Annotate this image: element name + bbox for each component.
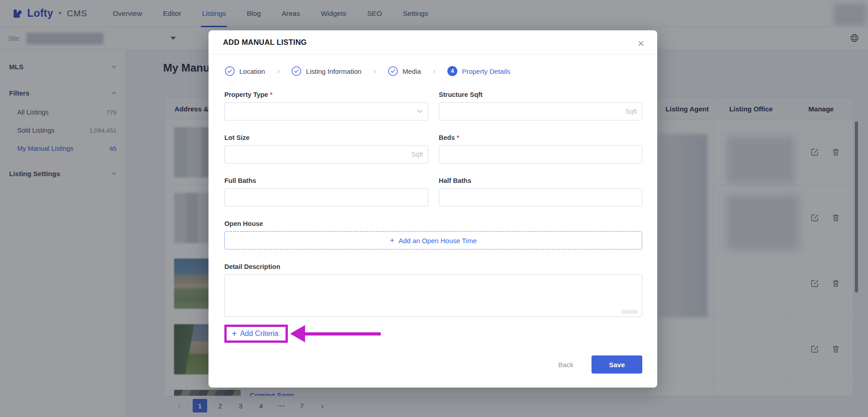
step-label: Listing Information bbox=[306, 67, 362, 75]
field-full-baths: Full Baths bbox=[224, 177, 428, 206]
stepper: Location › Listing Information › Media ›… bbox=[225, 66, 657, 76]
structure-sqft-input[interactable] bbox=[439, 102, 642, 120]
field-label: Lot Size bbox=[224, 134, 428, 141]
add-criteria-link[interactable]: + Add Criteria bbox=[232, 330, 278, 338]
annotation-highlight-box: + Add Criteria bbox=[224, 325, 288, 343]
field-lot-size: Lot Size Sqft bbox=[224, 134, 428, 163]
annotation-arrow bbox=[290, 325, 381, 342]
modal-footer: Back Save bbox=[224, 355, 642, 374]
field-beds: Beds* bbox=[439, 134, 642, 163]
step-location[interactable]: Location bbox=[225, 66, 265, 76]
field-label: Half Baths bbox=[439, 177, 642, 184]
step-media[interactable]: Media bbox=[388, 66, 421, 76]
field-half-baths: Half Baths bbox=[439, 177, 642, 206]
detail-description-textarea[interactable] bbox=[224, 274, 642, 317]
modal-header: ADD MANUAL LISTING ✕ bbox=[209, 30, 657, 54]
check-circle-icon bbox=[225, 66, 235, 76]
step-label: Media bbox=[402, 67, 421, 75]
lot-size-input[interactable] bbox=[224, 145, 428, 163]
field-structure-sqft: Structure Sqft Sqft bbox=[439, 91, 642, 120]
modal-title: ADD MANUAL LISTING bbox=[223, 38, 307, 47]
field-detail-description: Detail Description 0/3000 bbox=[224, 263, 642, 319]
modal-body: Property Type* Structure Sqft Sqft Lot S… bbox=[209, 76, 657, 374]
arrow-head bbox=[290, 325, 305, 342]
step-label: Location bbox=[239, 67, 265, 75]
plus-icon: + bbox=[390, 236, 394, 245]
property-type-select[interactable] bbox=[224, 102, 428, 120]
add-manual-listing-modal: ADD MANUAL LISTING ✕ Location › Listing … bbox=[209, 30, 657, 388]
step-listing-information[interactable]: Listing Information bbox=[291, 66, 362, 76]
save-button[interactable]: Save bbox=[592, 355, 642, 374]
field-label: Structure Sqft bbox=[439, 91, 642, 98]
add-open-house-label: Add an Open House Time bbox=[398, 237, 477, 244]
char-counter: 0/3000 bbox=[622, 309, 638, 315]
back-button[interactable]: Back bbox=[558, 361, 573, 369]
field-open-house: Open House + Add an Open House Time bbox=[224, 220, 642, 249]
required-asterisk: * bbox=[456, 134, 459, 141]
step-number-badge: 4 bbox=[447, 66, 457, 76]
check-circle-icon bbox=[388, 66, 398, 76]
required-asterisk: * bbox=[270, 91, 272, 98]
half-baths-input[interactable] bbox=[439, 188, 642, 206]
arrow-tail bbox=[305, 332, 381, 336]
chevron-down-icon bbox=[417, 110, 422, 113]
field-label: Full Baths bbox=[224, 177, 428, 184]
check-circle-icon bbox=[291, 66, 301, 76]
field-label: Open House bbox=[224, 220, 642, 227]
close-icon[interactable]: ✕ bbox=[635, 37, 646, 51]
app-window: Lofty • CMS Overview Editor Listings Blo… bbox=[0, 0, 868, 417]
plus-icon: + bbox=[232, 330, 237, 338]
field-label: Property Type* bbox=[224, 91, 428, 98]
sqft-suffix: Sqft bbox=[625, 108, 637, 115]
add-criteria-label: Add Criteria bbox=[240, 330, 278, 338]
step-property-details[interactable]: 4 Property Details bbox=[447, 66, 510, 76]
full-baths-input[interactable] bbox=[224, 188, 428, 206]
beds-input[interactable] bbox=[439, 145, 642, 163]
step-label: Property Details bbox=[462, 67, 510, 75]
sqft-suffix: Sqft bbox=[411, 151, 423, 158]
field-label: Detail Description bbox=[224, 263, 642, 270]
add-criteria-section: + Add Criteria bbox=[224, 325, 288, 343]
field-property-type: Property Type* bbox=[224, 91, 428, 120]
add-open-house-button[interactable]: + Add an Open House Time bbox=[224, 231, 642, 249]
field-label: Beds* bbox=[439, 134, 642, 141]
